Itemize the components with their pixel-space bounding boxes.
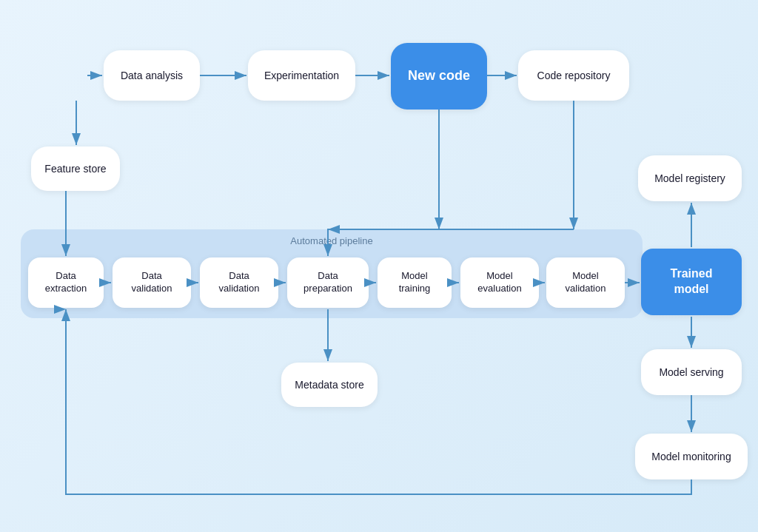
model-evaluation-node: Model evaluation [460,257,539,308]
experimentation-node: Experimentation [248,50,355,101]
data-validation2-node: Data validation [200,257,278,308]
pipeline-label: Automated pipeline [21,235,643,246]
data-analysis-node: Data analysis [104,50,200,101]
data-preparation-node: Data preparation [287,257,369,308]
feature-store-node: Feature store [31,147,120,191]
model-serving-node: Model serving [641,349,742,395]
model-monitoring-node: Model monitoring [635,434,748,479]
model-registry-node: Model registery [638,155,742,201]
diagram: Automated pipeline Data analysis Experim… [0,0,758,532]
data-validation1-node: Data validation [113,257,191,308]
trained-model-node: Trained model [641,249,742,315]
new-code-node: New code [391,43,487,110]
code-repository-node: Code repository [518,50,629,101]
data-extraction-node: Data extraction [28,257,104,308]
metadata-store-node: Metadata store [281,363,378,407]
model-validation-node: Model validation [546,257,625,308]
model-training-node: Model training [378,257,452,308]
